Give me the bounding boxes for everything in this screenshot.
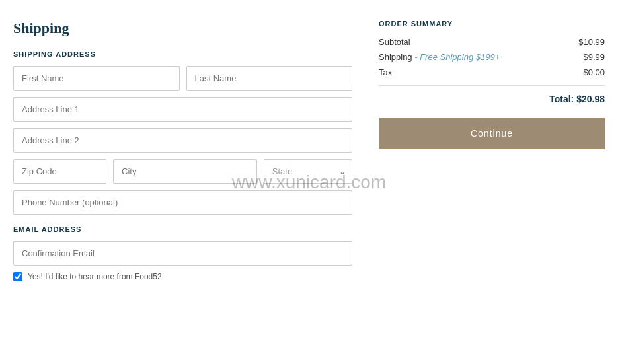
tax-amount: $0.00 — [583, 67, 605, 77]
zip-input[interactable] — [13, 159, 106, 184]
phone-input[interactable] — [13, 190, 352, 215]
tax-line: Tax $0.00 — [379, 67, 605, 77]
shipping-free-note: - Free Shipping $199+ — [414, 52, 500, 62]
page-title: Shipping — [13, 20, 352, 37]
continue-button[interactable]: Continue — [379, 118, 605, 149]
subtotal-amount: $10.99 — [578, 37, 605, 47]
shipping-line: Shipping - Free Shipping $199+ $9.99 — [379, 52, 605, 62]
address1-input[interactable] — [13, 97, 352, 122]
page-container: Shipping SHIPPING ADDRESS — [0, 0, 618, 364]
shipping-amount: $9.99 — [583, 52, 605, 62]
name-row — [13, 66, 352, 91]
order-summary-title: ORDER SUMMARY — [379, 20, 605, 28]
shipping-address-section: SHIPPING ADDRESS State — [13, 50, 352, 215]
total-amount: $20.98 — [576, 94, 605, 104]
address2-input[interactable] — [13, 128, 352, 153]
city-input[interactable] — [113, 159, 257, 184]
confirmation-email-input[interactable] — [13, 241, 352, 266]
total-label-text: Total: $20.98 — [549, 94, 605, 104]
email-row — [13, 241, 352, 266]
shipping-label: Shipping - Free Shipping $199+ — [379, 52, 500, 62]
phone-row — [13, 190, 352, 215]
subtotal-label: Subtotal — [379, 37, 410, 47]
state-select-wrapper: State AL AK AZ CA CO FL NY TX ⌄ — [264, 159, 352, 184]
newsletter-row: Yes! I'd like to hear more from Food52. — [13, 272, 352, 281]
right-column: ORDER SUMMARY Subtotal $10.99 Shipping -… — [379, 20, 605, 344]
last-name-input[interactable] — [186, 66, 353, 91]
address1-row — [13, 97, 352, 122]
left-column: Shipping SHIPPING ADDRESS — [13, 20, 352, 344]
first-name-input[interactable] — [13, 66, 180, 91]
newsletter-label: Yes! I'd like to hear more from Food52. — [28, 272, 164, 281]
newsletter-checkbox[interactable] — [13, 272, 22, 281]
state-select[interactable]: State AL AK AZ CA CO FL NY TX — [264, 159, 352, 184]
email-section: EMAIL ADDRESS Yes! I'd like to hear more… — [13, 225, 352, 281]
zip-city-state-row: State AL AK AZ CA CO FL NY TX ⌄ — [13, 159, 352, 184]
shipping-section-label: SHIPPING ADDRESS — [13, 50, 352, 58]
subtotal-line: Subtotal $10.99 — [379, 37, 605, 47]
address2-row — [13, 128, 352, 153]
order-divider — [379, 85, 605, 86]
email-section-label: EMAIL ADDRESS — [13, 225, 352, 233]
tax-label: Tax — [379, 67, 392, 77]
order-total-line: Total: $20.98 — [379, 94, 605, 104]
